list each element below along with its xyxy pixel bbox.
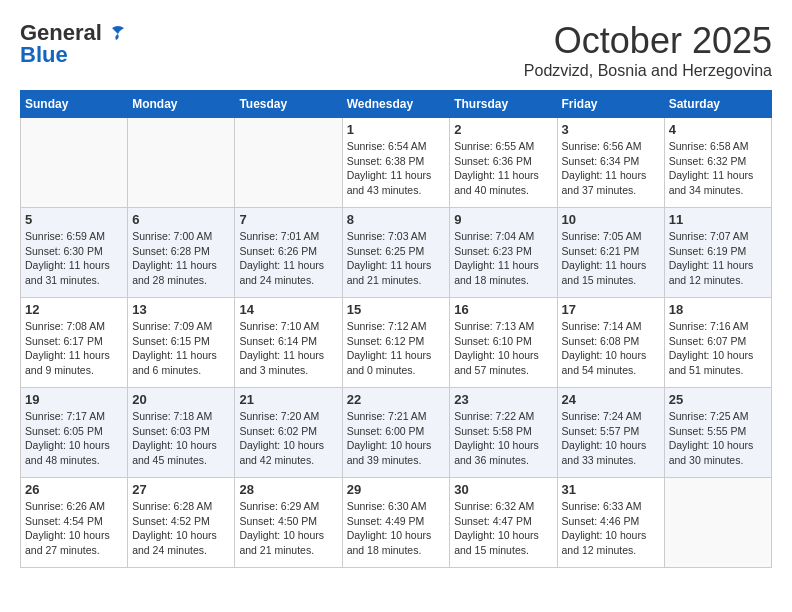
day-info: Sunrise: 7:08 AM Sunset: 6:17 PM Dayligh… xyxy=(25,319,123,378)
calendar-week-row: 1Sunrise: 6:54 AM Sunset: 6:38 PM Daylig… xyxy=(21,118,772,208)
day-info: Sunrise: 7:24 AM Sunset: 5:57 PM Dayligh… xyxy=(562,409,660,468)
month-title: October 2025 xyxy=(524,20,772,62)
calendar-cell xyxy=(235,118,342,208)
day-number: 16 xyxy=(454,302,552,317)
calendar-cell: 27Sunrise: 6:28 AM Sunset: 4:52 PM Dayli… xyxy=(128,478,235,568)
day-info: Sunrise: 7:17 AM Sunset: 6:05 PM Dayligh… xyxy=(25,409,123,468)
calendar-week-row: 12Sunrise: 7:08 AM Sunset: 6:17 PM Dayli… xyxy=(21,298,772,388)
day-info: Sunrise: 6:26 AM Sunset: 4:54 PM Dayligh… xyxy=(25,499,123,558)
day-number: 17 xyxy=(562,302,660,317)
calendar-cell: 9Sunrise: 7:04 AM Sunset: 6:23 PM Daylig… xyxy=(450,208,557,298)
calendar-cell xyxy=(21,118,128,208)
calendar-cell: 6Sunrise: 7:00 AM Sunset: 6:28 PM Daylig… xyxy=(128,208,235,298)
calendar-cell: 14Sunrise: 7:10 AM Sunset: 6:14 PM Dayli… xyxy=(235,298,342,388)
calendar-cell: 16Sunrise: 7:13 AM Sunset: 6:10 PM Dayli… xyxy=(450,298,557,388)
calendar-cell: 5Sunrise: 6:59 AM Sunset: 6:30 PM Daylig… xyxy=(21,208,128,298)
calendar-cell xyxy=(664,478,771,568)
calendar-cell: 1Sunrise: 6:54 AM Sunset: 6:38 PM Daylig… xyxy=(342,118,450,208)
day-info: Sunrise: 6:58 AM Sunset: 6:32 PM Dayligh… xyxy=(669,139,767,198)
calendar-cell: 10Sunrise: 7:05 AM Sunset: 6:21 PM Dayli… xyxy=(557,208,664,298)
calendar-cell: 31Sunrise: 6:33 AM Sunset: 4:46 PM Dayli… xyxy=(557,478,664,568)
calendar-week-row: 5Sunrise: 6:59 AM Sunset: 6:30 PM Daylig… xyxy=(21,208,772,298)
calendar-cell: 21Sunrise: 7:20 AM Sunset: 6:02 PM Dayli… xyxy=(235,388,342,478)
day-info: Sunrise: 7:07 AM Sunset: 6:19 PM Dayligh… xyxy=(669,229,767,288)
day-info: Sunrise: 7:01 AM Sunset: 6:26 PM Dayligh… xyxy=(239,229,337,288)
day-number: 24 xyxy=(562,392,660,407)
day-info: Sunrise: 7:12 AM Sunset: 6:12 PM Dayligh… xyxy=(347,319,446,378)
day-number: 7 xyxy=(239,212,337,227)
calendar-cell: 3Sunrise: 6:56 AM Sunset: 6:34 PM Daylig… xyxy=(557,118,664,208)
day-number: 27 xyxy=(132,482,230,497)
day-number: 15 xyxy=(347,302,446,317)
day-info: Sunrise: 7:25 AM Sunset: 5:55 PM Dayligh… xyxy=(669,409,767,468)
day-info: Sunrise: 7:00 AM Sunset: 6:28 PM Dayligh… xyxy=(132,229,230,288)
day-info: Sunrise: 7:20 AM Sunset: 6:02 PM Dayligh… xyxy=(239,409,337,468)
day-info: Sunrise: 6:54 AM Sunset: 6:38 PM Dayligh… xyxy=(347,139,446,198)
day-info: Sunrise: 7:21 AM Sunset: 6:00 PM Dayligh… xyxy=(347,409,446,468)
day-info: Sunrise: 7:09 AM Sunset: 6:15 PM Dayligh… xyxy=(132,319,230,378)
calendar-cell: 22Sunrise: 7:21 AM Sunset: 6:00 PM Dayli… xyxy=(342,388,450,478)
day-number: 21 xyxy=(239,392,337,407)
day-number: 4 xyxy=(669,122,767,137)
calendar-cell: 19Sunrise: 7:17 AM Sunset: 6:05 PM Dayli… xyxy=(21,388,128,478)
weekday-header-monday: Monday xyxy=(128,91,235,118)
day-number: 9 xyxy=(454,212,552,227)
day-number: 31 xyxy=(562,482,660,497)
weekday-header-sunday: Sunday xyxy=(21,91,128,118)
calendar-cell: 8Sunrise: 7:03 AM Sunset: 6:25 PM Daylig… xyxy=(342,208,450,298)
day-number: 26 xyxy=(25,482,123,497)
calendar-cell xyxy=(128,118,235,208)
calendar-cell: 29Sunrise: 6:30 AM Sunset: 4:49 PM Dayli… xyxy=(342,478,450,568)
day-info: Sunrise: 7:14 AM Sunset: 6:08 PM Dayligh… xyxy=(562,319,660,378)
day-number: 5 xyxy=(25,212,123,227)
day-number: 29 xyxy=(347,482,446,497)
weekday-header-wednesday: Wednesday xyxy=(342,91,450,118)
day-info: Sunrise: 7:13 AM Sunset: 6:10 PM Dayligh… xyxy=(454,319,552,378)
calendar-cell: 7Sunrise: 7:01 AM Sunset: 6:26 PM Daylig… xyxy=(235,208,342,298)
calendar-cell: 26Sunrise: 6:26 AM Sunset: 4:54 PM Dayli… xyxy=(21,478,128,568)
logo-text-blue: Blue xyxy=(20,42,68,68)
day-number: 20 xyxy=(132,392,230,407)
weekday-header-saturday: Saturday xyxy=(664,91,771,118)
day-number: 1 xyxy=(347,122,446,137)
day-info: Sunrise: 6:55 AM Sunset: 6:36 PM Dayligh… xyxy=(454,139,552,198)
title-block: October 2025 Podzvizd, Bosnia and Herzeg… xyxy=(524,20,772,80)
calendar-cell: 20Sunrise: 7:18 AM Sunset: 6:03 PM Dayli… xyxy=(128,388,235,478)
calendar-cell: 30Sunrise: 6:32 AM Sunset: 4:47 PM Dayli… xyxy=(450,478,557,568)
calendar-week-row: 19Sunrise: 7:17 AM Sunset: 6:05 PM Dayli… xyxy=(21,388,772,478)
day-number: 28 xyxy=(239,482,337,497)
logo: General Blue xyxy=(20,20,126,68)
day-number: 8 xyxy=(347,212,446,227)
day-info: Sunrise: 6:33 AM Sunset: 4:46 PM Dayligh… xyxy=(562,499,660,558)
day-number: 13 xyxy=(132,302,230,317)
calendar-cell: 15Sunrise: 7:12 AM Sunset: 6:12 PM Dayli… xyxy=(342,298,450,388)
calendar-cell: 2Sunrise: 6:55 AM Sunset: 6:36 PM Daylig… xyxy=(450,118,557,208)
weekday-header-tuesday: Tuesday xyxy=(235,91,342,118)
day-info: Sunrise: 7:05 AM Sunset: 6:21 PM Dayligh… xyxy=(562,229,660,288)
calendar-cell: 28Sunrise: 6:29 AM Sunset: 4:50 PM Dayli… xyxy=(235,478,342,568)
calendar-cell: 18Sunrise: 7:16 AM Sunset: 6:07 PM Dayli… xyxy=(664,298,771,388)
day-number: 23 xyxy=(454,392,552,407)
day-number: 10 xyxy=(562,212,660,227)
day-info: Sunrise: 7:18 AM Sunset: 6:03 PM Dayligh… xyxy=(132,409,230,468)
day-info: Sunrise: 6:32 AM Sunset: 4:47 PM Dayligh… xyxy=(454,499,552,558)
calendar-cell: 12Sunrise: 7:08 AM Sunset: 6:17 PM Dayli… xyxy=(21,298,128,388)
calendar-cell: 24Sunrise: 7:24 AM Sunset: 5:57 PM Dayli… xyxy=(557,388,664,478)
day-number: 12 xyxy=(25,302,123,317)
day-info: Sunrise: 7:16 AM Sunset: 6:07 PM Dayligh… xyxy=(669,319,767,378)
day-number: 2 xyxy=(454,122,552,137)
calendar-table: SundayMondayTuesdayWednesdayThursdayFrid… xyxy=(20,90,772,568)
logo-bird-icon xyxy=(104,24,126,42)
calendar-week-row: 26Sunrise: 6:26 AM Sunset: 4:54 PM Dayli… xyxy=(21,478,772,568)
weekday-header-thursday: Thursday xyxy=(450,91,557,118)
day-number: 14 xyxy=(239,302,337,317)
day-info: Sunrise: 7:04 AM Sunset: 6:23 PM Dayligh… xyxy=(454,229,552,288)
weekday-header-row: SundayMondayTuesdayWednesdayThursdayFrid… xyxy=(21,91,772,118)
day-info: Sunrise: 6:59 AM Sunset: 6:30 PM Dayligh… xyxy=(25,229,123,288)
day-number: 19 xyxy=(25,392,123,407)
day-info: Sunrise: 6:30 AM Sunset: 4:49 PM Dayligh… xyxy=(347,499,446,558)
day-number: 11 xyxy=(669,212,767,227)
calendar-cell: 17Sunrise: 7:14 AM Sunset: 6:08 PM Dayli… xyxy=(557,298,664,388)
day-info: Sunrise: 7:10 AM Sunset: 6:14 PM Dayligh… xyxy=(239,319,337,378)
weekday-header-friday: Friday xyxy=(557,91,664,118)
